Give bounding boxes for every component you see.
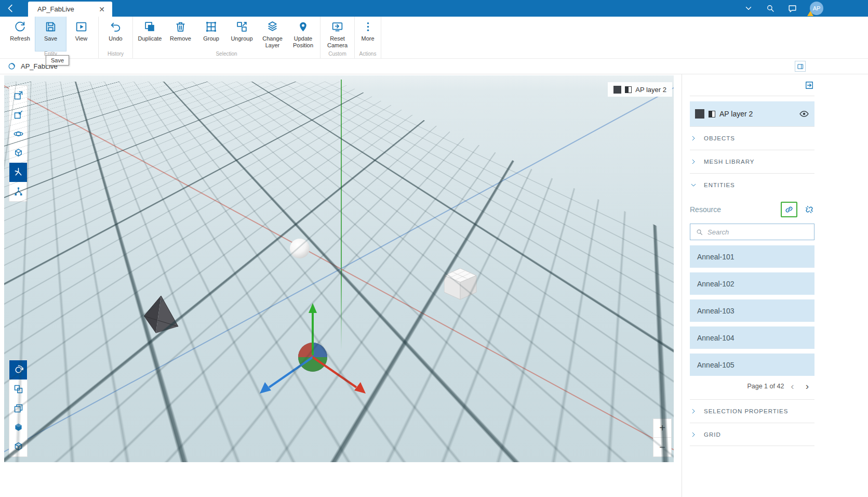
section-label: ENTITIES	[704, 182, 735, 188]
button-label: Group	[203, 35, 219, 42]
ribbon-group-actions: More Actions	[355, 17, 381, 58]
section-grid[interactable]: GRID	[690, 423, 814, 446]
avatar[interactable]: AP	[810, 2, 823, 15]
save-button[interactable]: Save	[35, 17, 66, 51]
legend-label: AP layer 2	[635, 86, 666, 94]
search-input[interactable]	[707, 228, 809, 236]
hierarchy-tool[interactable]	[9, 182, 27, 201]
main-area: AP layer 2 + − AP layer 2 OBJECTS	[0, 74, 868, 497]
ungroup-button[interactable]: Ungroup	[226, 17, 257, 51]
chevron-right-icon	[690, 135, 697, 142]
cube-object[interactable]	[444, 268, 477, 300]
section-label: MESH LIBRARY	[704, 159, 754, 165]
layer-icon	[625, 86, 632, 93]
undo-button[interactable]: Undo	[100, 17, 131, 51]
search-icon[interactable]	[766, 4, 775, 13]
chat-icon[interactable]	[787, 4, 797, 14]
chevron-left-icon	[5, 3, 17, 14]
titlebar: AP_FabLive ✕ AP	[0, 0, 868, 17]
search-icon	[696, 228, 703, 236]
next-page-button[interactable]: ›	[801, 381, 813, 391]
unlink-resource-button[interactable]	[804, 204, 814, 215]
reset-camera-icon	[331, 20, 344, 33]
button-label: Change Layer	[257, 35, 288, 48]
tetrahedron-object[interactable]	[144, 296, 180, 334]
update-position-icon	[297, 20, 310, 33]
button-label: Save	[44, 35, 57, 42]
list-item[interactable]: Anneal-105	[690, 354, 814, 376]
solid-cube-icon	[13, 422, 24, 433]
viewport-3d[interactable]: AP layer 2 + −	[4, 75, 674, 462]
more-button[interactable]: More	[356, 17, 379, 51]
refresh-button[interactable]: Refresh	[5, 17, 35, 51]
resource-label: Resource	[690, 205, 721, 214]
remove-icon	[174, 20, 187, 33]
save-tooltip: Save	[46, 55, 69, 66]
cube-rotate-tool[interactable]	[9, 143, 27, 163]
pagination-text: Page 1 of 42	[747, 383, 784, 390]
close-icon[interactable]: ✕	[97, 5, 107, 14]
solid-cube-tool[interactable]	[9, 418, 27, 437]
textured-cube-tool[interactable]	[9, 437, 27, 456]
visibility-icon[interactable]	[799, 109, 809, 119]
list-item[interactable]: Anneal-103	[690, 299, 814, 322]
list-item[interactable]: Anneal-101	[690, 245, 814, 268]
view-button[interactable]: View	[66, 17, 97, 51]
reset-camera-button[interactable]: Reset Camera	[322, 17, 353, 51]
stack-faces-icon	[13, 403, 24, 414]
section-label: GRID	[704, 431, 721, 438]
view-icon	[75, 20, 88, 33]
layer-legend[interactable]: AP layer 2	[608, 82, 672, 97]
textured-cube-icon	[13, 441, 24, 452]
link-resource-button[interactable]	[781, 202, 797, 217]
change-layer-button[interactable]: Change Layer	[257, 17, 288, 51]
place-view-icon	[13, 90, 24, 101]
selected-layer-row[interactable]: AP layer 2	[690, 101, 814, 126]
move-gizmo[interactable]	[245, 299, 380, 403]
tab-title: AP_FabLive	[37, 5, 74, 13]
overlap-faces-tool[interactable]	[9, 380, 27, 399]
zoom-in-button[interactable]: +	[653, 419, 671, 438]
chevron-down-icon	[690, 181, 697, 189]
cube-rotate-icon	[13, 148, 24, 159]
list-item[interactable]: Anneal-102	[690, 272, 814, 295]
group-button[interactable]: Group	[196, 17, 226, 51]
section-mesh-library[interactable]: MESH LIBRARY	[690, 150, 814, 173]
hierarchy-icon	[13, 186, 24, 197]
prev-page-button[interactable]: ‹	[786, 381, 798, 391]
titlebar-actions: AP	[744, 0, 823, 17]
entity-type-icon[interactable]	[7, 62, 16, 71]
stack-faces-tool[interactable]	[9, 399, 27, 418]
section-label: OBJECTS	[704, 135, 735, 141]
add-view-icon	[13, 109, 24, 120]
section-selection-properties[interactable]: SELECTION PROPERTIES	[690, 399, 814, 423]
add-view-tool[interactable]	[9, 105, 27, 124]
duplicate-button[interactable]: Duplicate	[135, 17, 165, 51]
display-tools-toolbar	[9, 360, 27, 456]
button-label: Reset Camera	[322, 35, 353, 48]
list-item[interactable]: Anneal-104	[690, 326, 814, 349]
layer-name: AP layer 2	[719, 110, 753, 118]
update-position-button[interactable]: Update Position	[288, 17, 318, 51]
transform-pin-tool[interactable]	[9, 163, 27, 182]
section-objects[interactable]: OBJECTS	[690, 126, 814, 150]
group-label: Actions	[356, 51, 379, 58]
place-view-tool[interactable]	[9, 86, 27, 105]
remove-button[interactable]: Remove	[165, 17, 196, 51]
section-entities[interactable]: ENTITIES	[690, 173, 814, 197]
zoom-out-button[interactable]: −	[653, 438, 671, 456]
sphere-object[interactable]	[290, 239, 310, 258]
expand-panel-icon[interactable]	[804, 80, 814, 90]
button-label: Refresh	[10, 35, 30, 42]
group-label: History	[100, 51, 131, 58]
document-tab[interactable]: AP_FabLive ✕	[28, 2, 112, 17]
orbit-tool[interactable]	[9, 124, 27, 143]
duplicate-icon	[143, 20, 156, 33]
button-label: Ungroup	[231, 35, 252, 42]
breadcrumb: AP_FabLive	[0, 59, 868, 74]
chevron-down-icon[interactable]	[744, 4, 753, 13]
back-button[interactable]	[5, 3, 17, 14]
group-icon	[205, 20, 218, 33]
panel-toggle-button[interactable]	[795, 61, 806, 72]
orbit-view-tool[interactable]	[9, 360, 27, 380]
